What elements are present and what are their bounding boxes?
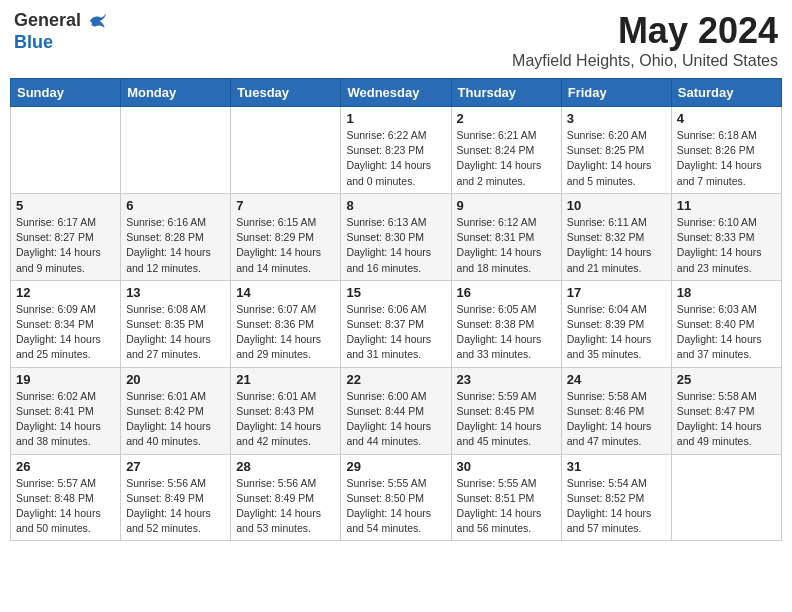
day-info: Sunrise: 6:22 AMSunset: 8:23 PMDaylight:…: [346, 128, 445, 189]
day-info: Sunrise: 6:01 AMSunset: 8:43 PMDaylight:…: [236, 389, 335, 450]
day-info: Sunrise: 6:00 AMSunset: 8:44 PMDaylight:…: [346, 389, 445, 450]
calendar-cell: 30Sunrise: 5:55 AMSunset: 8:51 PMDayligh…: [451, 454, 561, 541]
subtitle: Mayfield Heights, Ohio, United States: [512, 52, 778, 70]
calendar-cell: 9Sunrise: 6:12 AMSunset: 8:31 PMDaylight…: [451, 193, 561, 280]
calendar-cell: 17Sunrise: 6:04 AMSunset: 8:39 PMDayligh…: [561, 280, 671, 367]
calendar-week-row: 12Sunrise: 6:09 AMSunset: 8:34 PMDayligh…: [11, 280, 782, 367]
calendar-cell: [121, 107, 231, 194]
day-info: Sunrise: 5:55 AMSunset: 8:50 PMDaylight:…: [346, 476, 445, 537]
calendar-cell: 25Sunrise: 5:58 AMSunset: 8:47 PMDayligh…: [671, 367, 781, 454]
day-info: Sunrise: 6:03 AMSunset: 8:40 PMDaylight:…: [677, 302, 776, 363]
calendar-cell: 21Sunrise: 6:01 AMSunset: 8:43 PMDayligh…: [231, 367, 341, 454]
day-number: 26: [16, 459, 115, 474]
calendar-cell: 13Sunrise: 6:08 AMSunset: 8:35 PMDayligh…: [121, 280, 231, 367]
day-number: 8: [346, 198, 445, 213]
day-info: Sunrise: 5:57 AMSunset: 8:48 PMDaylight:…: [16, 476, 115, 537]
calendar-cell: 19Sunrise: 6:02 AMSunset: 8:41 PMDayligh…: [11, 367, 121, 454]
day-number: 18: [677, 285, 776, 300]
calendar-cell: [11, 107, 121, 194]
day-info: Sunrise: 5:59 AMSunset: 8:45 PMDaylight:…: [457, 389, 556, 450]
calendar-cell: 16Sunrise: 6:05 AMSunset: 8:38 PMDayligh…: [451, 280, 561, 367]
calendar-cell: 8Sunrise: 6:13 AMSunset: 8:30 PMDaylight…: [341, 193, 451, 280]
day-number: 31: [567, 459, 666, 474]
day-info: Sunrise: 5:55 AMSunset: 8:51 PMDaylight:…: [457, 476, 556, 537]
day-info: Sunrise: 6:13 AMSunset: 8:30 PMDaylight:…: [346, 215, 445, 276]
calendar-cell: 22Sunrise: 6:00 AMSunset: 8:44 PMDayligh…: [341, 367, 451, 454]
day-info: Sunrise: 6:06 AMSunset: 8:37 PMDaylight:…: [346, 302, 445, 363]
calendar-cell: 18Sunrise: 6:03 AMSunset: 8:40 PMDayligh…: [671, 280, 781, 367]
logo-general: General: [14, 10, 81, 30]
logo-blue: Blue: [14, 32, 53, 52]
calendar-cell: 24Sunrise: 5:58 AMSunset: 8:46 PMDayligh…: [561, 367, 671, 454]
day-info: Sunrise: 6:08 AMSunset: 8:35 PMDaylight:…: [126, 302, 225, 363]
day-info: Sunrise: 6:01 AMSunset: 8:42 PMDaylight:…: [126, 389, 225, 450]
day-number: 29: [346, 459, 445, 474]
page-header: General Blue May 2024 Mayfield Heights, …: [10, 10, 782, 70]
calendar-cell: 3Sunrise: 6:20 AMSunset: 8:25 PMDaylight…: [561, 107, 671, 194]
day-number: 17: [567, 285, 666, 300]
day-number: 1: [346, 111, 445, 126]
calendar-cell: 31Sunrise: 5:54 AMSunset: 8:52 PMDayligh…: [561, 454, 671, 541]
calendar-cell: 2Sunrise: 6:21 AMSunset: 8:24 PMDaylight…: [451, 107, 561, 194]
day-info: Sunrise: 6:04 AMSunset: 8:39 PMDaylight:…: [567, 302, 666, 363]
day-info: Sunrise: 6:07 AMSunset: 8:36 PMDaylight:…: [236, 302, 335, 363]
day-number: 13: [126, 285, 225, 300]
calendar-cell: [231, 107, 341, 194]
day-number: 27: [126, 459, 225, 474]
day-info: Sunrise: 6:09 AMSunset: 8:34 PMDaylight:…: [16, 302, 115, 363]
calendar-cell: 11Sunrise: 6:10 AMSunset: 8:33 PMDayligh…: [671, 193, 781, 280]
day-info: Sunrise: 6:12 AMSunset: 8:31 PMDaylight:…: [457, 215, 556, 276]
calendar-cell: 12Sunrise: 6:09 AMSunset: 8:34 PMDayligh…: [11, 280, 121, 367]
logo: General Blue: [14, 10, 108, 53]
day-number: 10: [567, 198, 666, 213]
day-number: 28: [236, 459, 335, 474]
day-number: 25: [677, 372, 776, 387]
weekday-header: Friday: [561, 79, 671, 107]
day-number: 16: [457, 285, 556, 300]
weekday-header: Tuesday: [231, 79, 341, 107]
day-number: 23: [457, 372, 556, 387]
calendar-header: SundayMondayTuesdayWednesdayThursdayFrid…: [11, 79, 782, 107]
day-number: 21: [236, 372, 335, 387]
day-info: Sunrise: 5:58 AMSunset: 8:47 PMDaylight:…: [677, 389, 776, 450]
calendar-cell: 20Sunrise: 6:01 AMSunset: 8:42 PMDayligh…: [121, 367, 231, 454]
day-info: Sunrise: 6:15 AMSunset: 8:29 PMDaylight:…: [236, 215, 335, 276]
day-info: Sunrise: 6:16 AMSunset: 8:28 PMDaylight:…: [126, 215, 225, 276]
calendar-cell: 29Sunrise: 5:55 AMSunset: 8:50 PMDayligh…: [341, 454, 451, 541]
day-number: 3: [567, 111, 666, 126]
calendar-week-row: 26Sunrise: 5:57 AMSunset: 8:48 PMDayligh…: [11, 454, 782, 541]
title-block: May 2024 Mayfield Heights, Ohio, United …: [512, 10, 778, 70]
day-info: Sunrise: 6:10 AMSunset: 8:33 PMDaylight:…: [677, 215, 776, 276]
calendar-week-row: 1Sunrise: 6:22 AMSunset: 8:23 PMDaylight…: [11, 107, 782, 194]
calendar-cell: 6Sunrise: 6:16 AMSunset: 8:28 PMDaylight…: [121, 193, 231, 280]
day-info: Sunrise: 6:11 AMSunset: 8:32 PMDaylight:…: [567, 215, 666, 276]
calendar-week-row: 5Sunrise: 6:17 AMSunset: 8:27 PMDaylight…: [11, 193, 782, 280]
day-info: Sunrise: 5:56 AMSunset: 8:49 PMDaylight:…: [126, 476, 225, 537]
day-info: Sunrise: 5:56 AMSunset: 8:49 PMDaylight:…: [236, 476, 335, 537]
calendar-cell: 5Sunrise: 6:17 AMSunset: 8:27 PMDaylight…: [11, 193, 121, 280]
calendar-cell: 28Sunrise: 5:56 AMSunset: 8:49 PMDayligh…: [231, 454, 341, 541]
day-number: 12: [16, 285, 115, 300]
day-number: 14: [236, 285, 335, 300]
day-number: 30: [457, 459, 556, 474]
calendar-cell: 14Sunrise: 6:07 AMSunset: 8:36 PMDayligh…: [231, 280, 341, 367]
day-number: 11: [677, 198, 776, 213]
weekday-header: Sunday: [11, 79, 121, 107]
calendar-cell: 27Sunrise: 5:56 AMSunset: 8:49 PMDayligh…: [121, 454, 231, 541]
day-info: Sunrise: 5:58 AMSunset: 8:46 PMDaylight:…: [567, 389, 666, 450]
calendar-table: SundayMondayTuesdayWednesdayThursdayFrid…: [10, 78, 782, 541]
day-number: 22: [346, 372, 445, 387]
weekday-header: Wednesday: [341, 79, 451, 107]
calendar-cell: 26Sunrise: 5:57 AMSunset: 8:48 PMDayligh…: [11, 454, 121, 541]
logo-bird-icon: [88, 11, 108, 31]
day-info: Sunrise: 6:02 AMSunset: 8:41 PMDaylight:…: [16, 389, 115, 450]
calendar-cell: 4Sunrise: 6:18 AMSunset: 8:26 PMDaylight…: [671, 107, 781, 194]
day-info: Sunrise: 6:21 AMSunset: 8:24 PMDaylight:…: [457, 128, 556, 189]
day-number: 9: [457, 198, 556, 213]
day-number: 4: [677, 111, 776, 126]
calendar-week-row: 19Sunrise: 6:02 AMSunset: 8:41 PMDayligh…: [11, 367, 782, 454]
day-info: Sunrise: 5:54 AMSunset: 8:52 PMDaylight:…: [567, 476, 666, 537]
day-number: 19: [16, 372, 115, 387]
main-title: May 2024: [512, 10, 778, 52]
day-info: Sunrise: 6:05 AMSunset: 8:38 PMDaylight:…: [457, 302, 556, 363]
